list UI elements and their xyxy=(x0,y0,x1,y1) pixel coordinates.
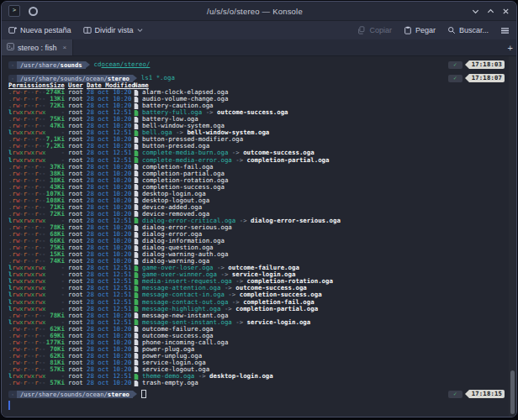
file-icon xyxy=(134,137,140,143)
file-icon xyxy=(134,164,140,170)
secondary-cursor-bar xyxy=(8,401,10,410)
file-icon xyxy=(134,339,140,345)
timestamp-badge: 17:18:07 xyxy=(469,74,505,82)
terminal-viewport[interactable]: · /usr/share/sounds cd ocean/stereo/ ✓ 1… xyxy=(2,56,516,417)
file-icon xyxy=(134,177,140,183)
tab-stereo-fish[interactable]: stereo : fish × xyxy=(2,39,73,55)
paste-icon xyxy=(404,26,412,34)
file-row: lrwxrwxrwx-root28 oct 12:51message-sent-… xyxy=(8,319,516,326)
size-cell: 57Ki xyxy=(45,380,65,386)
status-check-icon: ✓ xyxy=(448,391,462,398)
file-icon xyxy=(134,204,140,210)
tab-bar: stereo : fish × + xyxy=(2,39,516,56)
file-icon xyxy=(134,306,140,312)
file-icon xyxy=(134,259,140,265)
prompt-path: /usr/share/sounds xyxy=(17,61,86,69)
powerline-arrow-icon xyxy=(133,75,137,81)
file-row: .rw-r--r--38Kiroot28 oct 10:20completion… xyxy=(8,177,516,184)
new-tab-button[interactable]: Nueva pestaña xyxy=(8,26,71,34)
status-check-icon: ✓ xyxy=(448,61,462,69)
split-view-button[interactable]: Dividir vista xyxy=(83,26,143,34)
file-row: .rw-r--r--75Kiroot28 oct 10:20battery-lo… xyxy=(8,116,516,123)
file-row: .rw-r--r--71Kiroot28 oct 10:20device-add… xyxy=(8,204,516,211)
titlebar[interactable]: > /u/s/s/o/stereo — Konsole xyxy=(2,2,516,20)
file-icon xyxy=(134,197,140,203)
file-icon xyxy=(134,366,140,372)
file-icon xyxy=(134,225,140,231)
file-row: .rw-r--r--81Kiroot28 oct 10:20service-lo… xyxy=(8,360,516,366)
file-row: .rw-r--r--43Kiroot28 oct 10:20completion… xyxy=(8,184,516,191)
command-text: ls1 xyxy=(141,75,152,81)
timestamp-badge: 17:18:03 xyxy=(469,60,505,69)
search-icon xyxy=(447,26,456,34)
status-check-icon: ✓ xyxy=(448,75,462,82)
command-argument: *.oga xyxy=(152,75,175,81)
search-button[interactable]: Buscar... xyxy=(447,26,489,34)
konsole-app-icon: > xyxy=(8,5,20,17)
timestamp-badge: 17:18:15 xyxy=(469,390,505,398)
copy-button[interactable]: Copiar xyxy=(357,26,392,34)
file-row: .rw-r--r--68Kiroot28 oct 10:20dialog-err… xyxy=(8,231,516,238)
file-row: lrwxrwxrwx-root28 oct 12:51dialog-error-… xyxy=(8,218,516,224)
file-row: .rw-r--r--15Kiroot28 oct 10:20dialog-war… xyxy=(8,251,516,258)
file-icon xyxy=(134,326,140,332)
file-row: .rw-r--r--78Kiroot28 oct 10:20dialog-err… xyxy=(8,224,516,231)
file-row: lrwxrwxrwx-root28 oct 12:51complete-medi… xyxy=(8,157,516,164)
file-row: lrwxrwxrwx-root28 oct 12:51bell.oga -> b… xyxy=(8,129,516,136)
maximize-button[interactable] xyxy=(487,8,494,15)
terminal-tab-icon xyxy=(7,43,14,52)
file-icon xyxy=(134,245,140,251)
prompt-status-segment: · xyxy=(8,391,17,398)
new-tab-plus-button[interactable]: + xyxy=(508,39,513,55)
close-button[interactable] xyxy=(502,8,510,15)
file-icon xyxy=(134,218,140,223)
scrollbar-handle[interactable] xyxy=(510,370,515,414)
file-row: .rw-r--r--69Kiroot28 oct 10:20outcome-su… xyxy=(8,333,516,339)
file-icon xyxy=(134,97,140,102)
file-icon xyxy=(134,292,140,298)
prompt-line-3[interactable]: · /usr/share/sounds/ocean/stereo ✓ 17:18… xyxy=(8,390,516,398)
terminal-cursor xyxy=(141,390,147,398)
prompt-meta: ✓ 17:18:03 xyxy=(448,60,505,69)
command-argument: ocean/stereo/ xyxy=(101,61,150,68)
file-icon xyxy=(134,346,140,352)
file-row: .rw-r--r--7,1Kiroot28 oct 10:20button-pr… xyxy=(8,136,516,143)
file-icon xyxy=(134,286,140,291)
date-cell: 28 oct 10:20 xyxy=(87,380,134,386)
file-row: .rw-r--r--177Kiroot28 oct 10:20phone-inc… xyxy=(8,339,516,346)
hamburger-icon xyxy=(500,27,510,34)
command-text: cd xyxy=(94,61,102,68)
pin-icon[interactable] xyxy=(29,7,38,16)
file-icon xyxy=(134,299,140,305)
file-icon xyxy=(134,130,140,136)
file-row: lrwxrwxrwx-root28 oct 12:51theme-demo.og… xyxy=(8,373,516,380)
file-row: .rw-r--r--66Kiroot28 oct 10:20dialog-inf… xyxy=(8,238,516,244)
file-icon xyxy=(134,211,140,217)
filename-cell: trash-empty.oga xyxy=(142,380,198,386)
file-icon xyxy=(134,265,140,271)
tab-close-icon[interactable]: × xyxy=(63,44,67,51)
file-icon xyxy=(134,157,140,163)
file-icon xyxy=(134,110,140,116)
prompt-path: /usr/share/sounds/ocean/stereo xyxy=(17,391,133,398)
file-icon xyxy=(134,184,140,190)
chevron-down-icon xyxy=(137,28,143,33)
file-row: .rw-r--r--274Kiroot28 oct 10:20alarm-clo… xyxy=(8,89,516,96)
scrollbar-track[interactable] xyxy=(509,56,516,417)
file-icon xyxy=(134,123,140,129)
file-row: .rw-r--r--70Kiroot28 oct 10:20power-plug… xyxy=(8,346,516,353)
hamburger-menu-button[interactable] xyxy=(500,27,510,34)
powerline-arrow-icon xyxy=(86,61,90,68)
file-icon xyxy=(134,232,140,238)
file-row: .rw-r--r--57Kiroot28 oct 10:20trash-empt… xyxy=(8,380,516,386)
copy-icon xyxy=(357,26,366,34)
file-icon xyxy=(134,117,140,123)
file-listing: .rw-r--r--274Kiroot28 oct 10:20alarm-clo… xyxy=(8,89,516,386)
paste-button[interactable]: Pegar xyxy=(404,26,436,34)
permissions-cell: .rw-r--r-- xyxy=(8,380,45,386)
file-icon xyxy=(134,144,140,150)
minimize-button[interactable] xyxy=(472,8,479,15)
file-icon xyxy=(134,353,140,359)
file-icon xyxy=(134,90,140,96)
file-icon xyxy=(134,239,140,244)
